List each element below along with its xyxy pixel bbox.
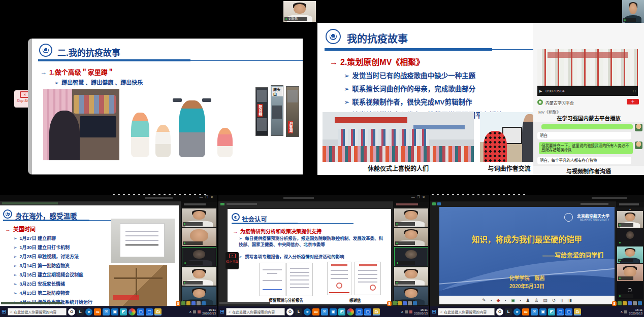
taskbar-icon-circle[interactable]: O xyxy=(286,308,294,315)
ime-tool-icon[interactable] xyxy=(628,301,632,305)
tray-caret-icon[interactable]: ∧ xyxy=(401,310,403,314)
corner-video-thumbnail[interactable] xyxy=(622,0,644,23)
start-button[interactable]: ⊞ xyxy=(432,306,436,317)
taskbar-icon-store[interactable]: ▣ xyxy=(330,308,337,315)
tray-icon[interactable] xyxy=(198,310,201,313)
shape-icon[interactable]: ▣ xyxy=(511,298,516,303)
windows-taskbar[interactable]: ⊞ ⌕在此处键入你要搜索的内容 O L e mi ✉ ▣ ◩ ▢ ▢ 🗀 ∧ 1… xyxy=(430,306,644,317)
dropdown-caret-icon[interactable]: ▾ xyxy=(491,298,492,302)
stop-sharing-control[interactable]: ✕ 停止共享 xyxy=(226,252,239,269)
ime-tool-icon[interactable] xyxy=(393,301,397,305)
participant-video-active[interactable] xyxy=(394,247,428,266)
taskbar-icon-mail[interactable]: ✉ xyxy=(531,308,538,315)
taskbar-icon-circle[interactable]: O xyxy=(496,308,503,315)
taskbar-app-ppt[interactable]: ▢ xyxy=(364,308,371,315)
ime-tool-icon[interactable] xyxy=(202,301,206,305)
sogou-input-toolbar[interactable]: S xyxy=(176,301,206,306)
stamp-icon[interactable]: ♟ xyxy=(526,298,530,303)
taskbar-icon-l[interactable]: L xyxy=(505,308,512,315)
search-input[interactable]: ⌕在此处键入你要搜索的内容 xyxy=(226,308,285,315)
participant-video[interactable] xyxy=(617,211,643,228)
participant-video[interactable] xyxy=(617,282,643,299)
ime-tool-icon[interactable] xyxy=(623,301,627,305)
wechat-chat-area[interactable]: 明白 但我要补充一下，这里说的驰援武汉的所有人务必不局限在援鄂医疗队 明白，每个… xyxy=(533,122,644,166)
ime-tool-icon[interactable] xyxy=(197,301,201,305)
taskbar-icon-photos[interactable]: ◩ xyxy=(338,308,345,315)
taskbar-app-explorer[interactable]: 🗀 xyxy=(373,308,380,315)
system-tray[interactable]: ∧ 16:112020/5/13 xyxy=(401,308,428,315)
taskbar-app-meeting[interactable]: ▢ xyxy=(557,308,564,315)
follow-button[interactable]: ＋ xyxy=(627,99,639,104)
taskbar-icon-edge[interactable]: e xyxy=(304,308,311,315)
taskbar-icon-mi[interactable]: mi xyxy=(522,308,529,315)
sogou-input-toolbar[interactable]: S xyxy=(387,301,417,306)
taskbar-app-explorer[interactable]: 🗀 xyxy=(574,308,581,315)
tray-icon[interactable] xyxy=(409,310,412,313)
ime-tool-icon[interactable] xyxy=(413,301,417,305)
undo-icon[interactable]: ↺ xyxy=(552,298,556,303)
ime-tool-icon[interactable] xyxy=(408,301,412,305)
taskbar-icon-edge[interactable]: e xyxy=(513,308,521,315)
taskbar-icon-mail[interactable]: ✉ xyxy=(321,308,328,315)
participant-video[interactable] xyxy=(617,264,643,281)
tray-icon[interactable] xyxy=(405,310,408,313)
pointer-icon[interactable]: ♙ xyxy=(534,298,538,303)
taskbar-icon-photos[interactable]: ◩ xyxy=(548,308,555,315)
taskbar-icon-photos[interactable]: ◩ xyxy=(120,308,127,315)
start-button[interactable]: ⊞ xyxy=(220,306,224,317)
dropdown-caret-icon[interactable]: ▾ xyxy=(505,298,506,302)
highlighter-icon[interactable]: ◆ xyxy=(497,298,500,303)
ime-tool-icon[interactable] xyxy=(633,301,637,305)
search-input[interactable]: ⌕在此处键入你要搜索的内容 xyxy=(8,308,67,315)
taskbar-app-ppt[interactable]: ▢ xyxy=(565,308,572,315)
play-icon[interactable]: ▶ xyxy=(539,89,542,93)
taskbar-icon-mail[interactable]: ✉ xyxy=(103,308,110,315)
participant-video[interactable] xyxy=(617,229,643,245)
taskbar-icon-l[interactable]: L xyxy=(77,308,84,315)
taskbar-icon-mi[interactable]: mi xyxy=(94,308,101,315)
taskbar-clock[interactable]: 16:112020/5/13 xyxy=(414,308,428,315)
ime-tool-icon[interactable] xyxy=(618,301,622,305)
participant-video[interactable] xyxy=(394,228,428,246)
system-tray[interactable]: ∧ 16:112020/5/13 xyxy=(189,308,216,315)
meeting-topbar-icon-green[interactable] xyxy=(432,202,436,205)
tray-caret-icon[interactable]: ∧ xyxy=(620,310,623,314)
fullscreen-icon[interactable]: ⛶ xyxy=(633,87,636,96)
participant-video[interactable] xyxy=(182,228,216,246)
taskbar-app-meeting[interactable]: ▢ xyxy=(137,308,144,315)
taskbar-icon-colorwheel[interactable] xyxy=(347,308,354,315)
ime-tool-icon[interactable] xyxy=(186,301,190,305)
window-controls[interactable]: —❐✕ xyxy=(200,195,215,199)
taskbar-icon-colorwheel[interactable] xyxy=(128,308,136,315)
taskbar-app-explorer[interactable]: 🗀 xyxy=(154,308,162,315)
sogou-icon[interactable]: S xyxy=(612,301,617,306)
taskbar-icon-store[interactable]: ▣ xyxy=(539,308,546,315)
ime-tool-icon[interactable] xyxy=(403,301,407,305)
mv-video-player[interactable]: ▶ 0:00 / 05:04 ⛶ xyxy=(537,49,638,96)
sogou-icon[interactable]: S xyxy=(387,301,392,306)
taskbar-icon-store[interactable]: ▣ xyxy=(111,308,118,315)
taskbar-clock[interactable]: 16:112020/5/13 xyxy=(629,308,642,315)
tray-caret-icon[interactable]: ∧ xyxy=(189,310,191,314)
start-button[interactable]: ⊞ xyxy=(2,306,6,317)
ime-tool-icon[interactable] xyxy=(181,301,185,305)
participant-video[interactable] xyxy=(394,267,428,286)
participant-video-active[interactable] xyxy=(182,247,216,266)
participant-video[interactable] xyxy=(617,246,643,263)
ime-tool-icon[interactable] xyxy=(398,301,402,305)
video-control-bar[interactable]: ▶ 0:00 / 05:04 ⛶ xyxy=(537,87,638,96)
taskbar-app-ppt[interactable]: ▢ xyxy=(146,308,153,315)
pen-icon[interactable]: ✎ xyxy=(482,298,486,303)
ime-tool-icon[interactable] xyxy=(638,301,642,305)
annotation-toolbar[interactable]: ✎▾ ◆▾ ▣▾ ♟ ♙ ▤ ↺ ▯ ◨ xyxy=(439,296,615,304)
search-input[interactable]: ⌕在此处键入你要搜索的内容 xyxy=(438,308,495,315)
slides-icon[interactable]: ▯ xyxy=(560,298,563,303)
sogou-icon[interactable]: S xyxy=(176,301,180,306)
taskbar-icon-l[interactable]: L xyxy=(295,308,302,315)
screen-icon[interactable]: ◨ xyxy=(567,298,572,303)
participant-video[interactable] xyxy=(182,208,216,227)
taskbar-clock[interactable]: 16:112020/5/13 xyxy=(202,308,216,315)
ime-tool-icon[interactable] xyxy=(191,301,196,305)
sogou-input-toolbar[interactable]: S xyxy=(612,301,642,306)
system-tray[interactable]: ∧ 16:112020/5/13 xyxy=(620,308,642,315)
